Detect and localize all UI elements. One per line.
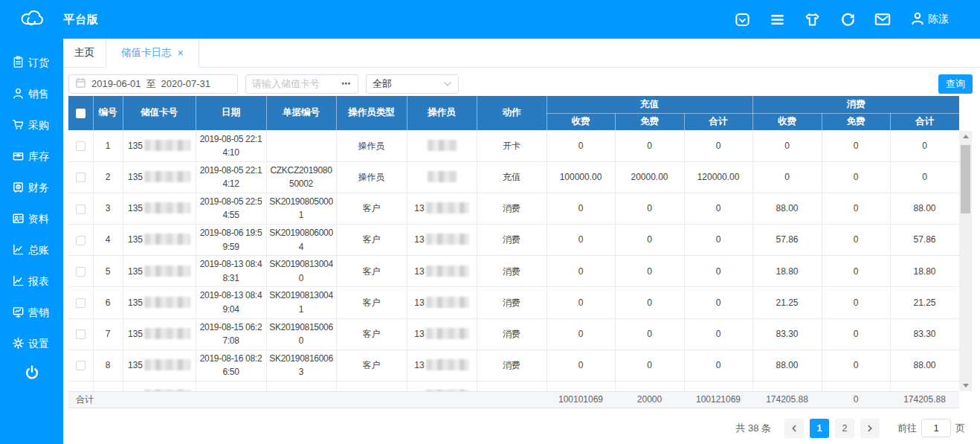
table-row: 11352019-08-05 22:14:10操作员开卡000000 — [68, 131, 959, 162]
tshirt-icon[interactable] — [805, 12, 820, 28]
menu-icon[interactable] — [770, 12, 785, 28]
sidebar-item-label: 设置 — [28, 338, 49, 351]
col-header-card-number: 储值卡号 — [123, 96, 196, 130]
goto-page-input[interactable]: 1 — [921, 419, 951, 437]
vertical-scrollbar[interactable] — [959, 131, 972, 391]
scroll-up-button[interactable] — [959, 131, 972, 142]
row-checkbox[interactable] — [76, 236, 86, 245]
row-checkbox[interactable] — [76, 205, 86, 214]
select-all-cell — [68, 96, 93, 130]
mail-icon[interactable] — [874, 11, 891, 28]
page-button-2[interactable]: 2 — [835, 419, 854, 438]
scroll-down-button[interactable] — [959, 380, 972, 391]
sidebar-item-orders[interactable]: 订货 — [0, 48, 63, 79]
row-checkbox[interactable] — [76, 267, 86, 277]
consume-value-cell: 0 — [822, 256, 890, 287]
card-number-input[interactable]: 请输入储值卡号 ⋯ — [245, 74, 358, 94]
action-cell: 消费 — [477, 350, 547, 381]
chevron-down-icon — [443, 78, 452, 89]
stored-card-log-table: 编号 储值卡号 日期 单据编号 操作员类型 操作员 动作 充值 消费 收费 免费… — [68, 96, 972, 408]
more-options-button[interactable]: ⋯ — [341, 78, 352, 89]
doc-number-cell: SK20190816006 — [266, 382, 336, 391]
doc-number-cell — [266, 131, 336, 162]
summary-empty — [196, 391, 266, 408]
row-checkbox[interactable] — [76, 298, 86, 308]
sub-header-consume-paid: 收费 — [752, 113, 822, 130]
row-select-cell — [68, 161, 93, 193]
operator-cell — [407, 161, 477, 193]
sidebar-item-purchase[interactable]: 采购 — [0, 110, 63, 141]
sidebar-item-settings[interactable]: 设置 — [0, 329, 63, 360]
summary-recharge-free: 20000 — [615, 391, 684, 408]
action-cell: 消费 — [477, 256, 547, 287]
col-header-operator: 操作员 — [407, 96, 477, 130]
operator-type-cell: 操作员 — [336, 161, 407, 193]
sidebar-item-label: 订货 — [28, 57, 49, 70]
close-icon[interactable]: × — [178, 48, 184, 58]
sidebar-item-label: 营销 — [28, 306, 49, 320]
summary-empty — [477, 391, 547, 408]
consume-value-cell: 0 — [822, 350, 890, 381]
next-page-button[interactable] — [860, 419, 880, 438]
card-number-cell: 135 — [123, 131, 196, 162]
row-select-cell — [68, 318, 93, 350]
tab-home[interactable]: 主页 — [63, 39, 106, 67]
recharge-value-cell: 20000.00 — [615, 161, 684, 193]
sidebar-item-inventory[interactable]: 库存 — [0, 141, 63, 173]
recharge-value-cell: 0 — [547, 382, 615, 391]
query-button[interactable]: 查询 — [938, 74, 973, 94]
recharge-value-cell: 0 — [615, 287, 684, 318]
sub-header-consume-total: 合计 — [890, 113, 959, 130]
row-checkbox[interactable] — [76, 141, 86, 151]
type-select[interactable]: 全部 — [366, 74, 459, 94]
refresh-icon[interactable] — [839, 12, 855, 28]
recharge-value-cell: 0 — [615, 382, 684, 391]
logout-power-button[interactable] — [0, 364, 63, 384]
date-range-input[interactable]: 2019-06-01 至 2020-07-31 — [68, 74, 238, 94]
sidebar-item-ledger[interactable]: 总账 — [0, 235, 63, 266]
card-number-cell: 135 — [123, 225, 196, 256]
operator-cell: 13 — [407, 287, 477, 318]
row-number-cell: 9 — [93, 382, 123, 391]
user-icon — [910, 11, 925, 28]
operator-cell: 13 — [407, 350, 477, 381]
row-checkbox[interactable] — [76, 329, 86, 339]
summary-empty — [266, 391, 336, 408]
tab-bar: 主页 储值卡日志 × — [63, 39, 980, 68]
operator-type-cell: 客户 — [336, 382, 407, 391]
col-header-date: 日期 — [196, 96, 266, 130]
redacted-operator — [426, 266, 469, 277]
row-select-cell — [68, 287, 93, 318]
date-start-value: 2019-06-01 — [91, 78, 141, 89]
row-checkbox[interactable] — [76, 173, 86, 182]
app-window-icon[interactable] — [735, 12, 750, 28]
recharge-value-cell: 120000.00 — [684, 161, 752, 193]
col-header-doc-number: 单据编号 — [266, 96, 336, 130]
page-button-1[interactable]: 1 — [810, 419, 829, 438]
sidebar-item-label: 财务 — [28, 181, 49, 195]
date-cell: 2019-08-05 22:14:12 — [196, 161, 266, 193]
tab-stored-card-log[interactable]: 储值卡日志 × — [106, 39, 199, 68]
sidebar-item-finance[interactable]: 财务 — [0, 173, 63, 204]
sub-header-recharge-free: 免费 — [615, 113, 684, 130]
scrollbar-thumb[interactable] — [961, 145, 970, 213]
user-menu[interactable]: 陈漾 — [910, 11, 949, 28]
contacts-icon — [12, 212, 25, 227]
select-all-checkbox[interactable] — [76, 109, 86, 118]
summary-empty — [123, 391, 196, 408]
sidebar-item-marketing[interactable]: 营销 — [0, 297, 63, 329]
row-checkbox[interactable] — [76, 361, 86, 370]
table-body: 11352019-08-05 22:14:10操作员开卡000000213520… — [68, 131, 959, 391]
consume-value-cell: 0 — [822, 382, 890, 391]
clipboard-icon — [12, 56, 25, 71]
goto-label: 前往 — [897, 422, 917, 435]
action-cell: 消费 — [477, 318, 547, 350]
sidebar-item-data[interactable]: 资料 — [0, 204, 63, 235]
prev-page-button[interactable] — [784, 419, 804, 438]
card-number-cell: 135 — [123, 161, 196, 193]
col-header-operator-type: 操作员类型 — [336, 96, 407, 130]
sidebar-item-reports[interactable]: 报表 — [0, 266, 63, 297]
recharge-value-cell: 0 — [547, 318, 615, 350]
summary-recharge-total: 100121069 — [684, 391, 752, 408]
sidebar-item-sales[interactable]: 销售 — [0, 79, 63, 110]
